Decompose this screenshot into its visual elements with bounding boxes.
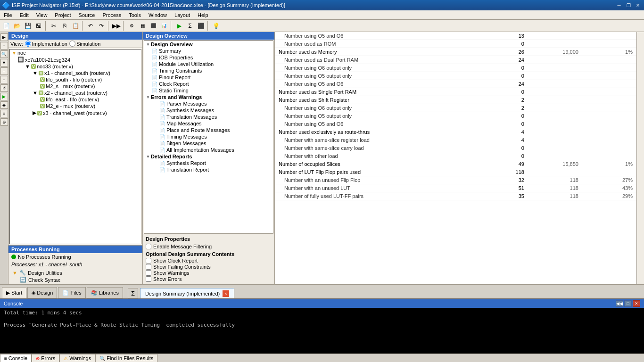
- ov-group-main[interactable]: ▼ Design Overview: [144, 41, 273, 48]
- ov-par[interactable]: 📄 Place and Route Messages: [144, 127, 273, 133]
- minimize-button[interactable]: ─: [615, 1, 623, 9]
- tab-libraries[interactable]: 📚 Libraries: [87, 287, 123, 298]
- li-more3[interactable]: ⊕: [0, 118, 8, 126]
- ov-clock[interactable]: 📄 Clock Report: [144, 81, 273, 87]
- ov-synth-report[interactable]: 📄 Synthesis Report: [144, 160, 273, 166]
- menu-view[interactable]: View: [33, 10, 51, 19]
- tb-bit[interactable]: ⬛: [148, 21, 158, 31]
- show-clock-checkbox[interactable]: [146, 258, 151, 263]
- show-warnings-checkbox[interactable]: [146, 270, 151, 276]
- tb-run[interactable]: ▶: [174, 21, 184, 31]
- menu-file[interactable]: File: [0, 10, 16, 19]
- hier-m2s[interactable]: V M2_s - mux (router.v): [10, 83, 141, 90]
- ov-errors-group[interactable]: ▼ Errors and Warnings: [144, 94, 273, 100]
- tb-synth[interactable]: ⚙: [126, 21, 137, 31]
- table-scroll[interactable]: Number using O5 and O613Number used as R…: [275, 32, 636, 284]
- console-close-btn[interactable]: ✕: [633, 300, 640, 307]
- ov-map[interactable]: 📄 Map Messages: [144, 120, 273, 127]
- proc-design-utils[interactable]: ▼ 🔧 Design Utilities: [11, 269, 140, 276]
- tab-start[interactable]: ▶ Start: [2, 287, 26, 298]
- ov-translation[interactable]: 📄 Translation Messages: [144, 114, 273, 120]
- tab-close-button[interactable]: ×: [223, 290, 229, 297]
- ov-trans-report[interactable]: 📄 Translation Report: [144, 166, 273, 173]
- tb-impl[interactable]: ▦: [137, 21, 148, 31]
- console-tab-errors[interactable]: ⊗ Errors: [32, 354, 59, 362]
- ov-detailed-group[interactable]: ▼ Detailed Reports: [144, 153, 273, 160]
- tb-new[interactable]: 📄: [1, 21, 11, 31]
- console-content[interactable]: Total time: 1 mins 4 secs Process "Gener…: [0, 308, 644, 354]
- impl-radio-label[interactable]: Implementation: [25, 41, 67, 47]
- sigma-button[interactable]: Σ: [128, 288, 138, 298]
- menu-window[interactable]: Window: [145, 10, 171, 19]
- ov-iob[interactable]: 📄 IOB Properties: [144, 54, 273, 61]
- close-button[interactable]: ✕: [634, 1, 642, 9]
- menu-source[interactable]: Source: [75, 10, 99, 19]
- hier-noc33[interactable]: ▼ V noc33 (router.v): [10, 63, 141, 70]
- tab-design[interactable]: ◈ Design: [27, 287, 57, 298]
- proc-check-syntax[interactable]: 🔄 Check Syntax: [11, 276, 140, 283]
- li-refresh[interactable]: ↺: [0, 84, 8, 92]
- enable-filtering-checkbox[interactable]: [146, 244, 151, 249]
- tb-light[interactable]: 💡: [211, 21, 221, 31]
- hier-fifo-east[interactable]: V fifo_east - fifo (router.v): [10, 96, 141, 103]
- tb-undo[interactable]: ↶: [85, 21, 96, 31]
- menu-tools[interactable]: Tools: [125, 10, 145, 19]
- menu-project[interactable]: Project: [51, 10, 74, 19]
- tb-copy[interactable]: ⎘: [59, 21, 70, 31]
- hier-fifo-south[interactable]: V fifo_south - fifo (router.v): [10, 76, 141, 83]
- li-up[interactable]: ↑: [0, 42, 8, 49]
- ov-timing-constraints[interactable]: 📄 Timing Constraints: [144, 67, 273, 74]
- menu-edit[interactable]: Edit: [16, 10, 33, 19]
- tb-cut[interactable]: ✂: [49, 21, 59, 31]
- ov-bitgen[interactable]: 📄 Bitgen Messages: [144, 140, 273, 147]
- ov-all-impl[interactable]: 📄 All Implementation Messages: [144, 147, 273, 153]
- li-more1[interactable]: ◈: [0, 101, 8, 109]
- hier-x1[interactable]: ▼ V x1 - channel_south (router.v): [10, 70, 141, 76]
- tb-open[interactable]: 📂: [12, 21, 22, 31]
- console-tab-console[interactable]: ≡ Console: [0, 354, 32, 362]
- li-expand[interactable]: +: [0, 67, 8, 75]
- show-errors-checkbox[interactable]: [146, 276, 151, 282]
- ov-synthesis[interactable]: 📄 Synthesis Messages: [144, 107, 273, 114]
- show-failing-checkbox[interactable]: [146, 264, 151, 270]
- hier-xc7[interactable]: 🔲 xc7a100t-2Lcsg324: [10, 56, 141, 63]
- menu-layout[interactable]: Layout: [171, 10, 194, 19]
- ov-parser[interactable]: 📄 Parser Messages: [144, 100, 273, 107]
- menu-process[interactable]: Process: [99, 10, 125, 19]
- tb-sim[interactable]: 📊: [159, 21, 169, 31]
- ov-timing-msg[interactable]: 📄 Timing Messages: [144, 133, 273, 140]
- ov-static[interactable]: 📄 Static Timing: [144, 87, 273, 94]
- hier-noc[interactable]: ▼ noc: [10, 49, 141, 56]
- li-more2[interactable]: ≡: [0, 110, 8, 117]
- console-tab-find[interactable]: 🔍 Find in Files Results: [95, 354, 157, 362]
- ov-pinout[interactable]: 📄 Pinout Report: [144, 74, 273, 81]
- hier-m2e[interactable]: V M2_e - mux (router.v): [10, 103, 141, 109]
- li-play[interactable]: ▶: [0, 93, 8, 100]
- ov-module[interactable]: 📄 Module Level Utilization: [144, 61, 273, 67]
- tb-save[interactable]: 💾: [23, 21, 33, 31]
- sim-radio-label[interactable]: Simulation: [69, 41, 100, 47]
- hier-x2[interactable]: ▼ V x2 - channel_east (router.v): [10, 90, 141, 96]
- li-collapse[interactable]: −: [0, 76, 8, 83]
- tb-stop[interactable]: ⬛: [196, 21, 206, 31]
- tb-redo[interactable]: ↷: [96, 21, 107, 31]
- console-restore-btn[interactable]: □: [624, 300, 632, 307]
- tb-paste[interactable]: 📋: [70, 21, 81, 31]
- design-summary-tab[interactable]: Design Summary (Implemented) ×: [140, 288, 234, 298]
- menu-help[interactable]: Help: [194, 10, 212, 19]
- tb-save-all[interactable]: 🖫: [33, 21, 44, 31]
- console-tab-warnings[interactable]: ⚠ Warnings: [59, 354, 95, 362]
- hier-x3[interactable]: ▶ V x3 - channel_west (router.v): [10, 109, 141, 116]
- sim-radio[interactable]: [69, 41, 75, 47]
- li-search[interactable]: 🔍: [0, 50, 8, 58]
- restore-button[interactable]: ❐: [624, 1, 633, 9]
- console-back-btn[interactable]: ◀◀: [616, 300, 623, 307]
- li-arrow[interactable]: ▶: [0, 33, 8, 41]
- impl-radio[interactable]: [25, 41, 31, 47]
- right-scrollbar[interactable]: [636, 32, 644, 284]
- tb-expand[interactable]: ▶▶: [111, 21, 122, 31]
- li-filter[interactable]: ▼: [0, 59, 8, 66]
- tb-sigma[interactable]: Σ: [185, 21, 195, 31]
- tab-files[interactable]: 📄 Files: [58, 287, 85, 298]
- ov-summary[interactable]: 📄 Summary: [144, 48, 273, 54]
